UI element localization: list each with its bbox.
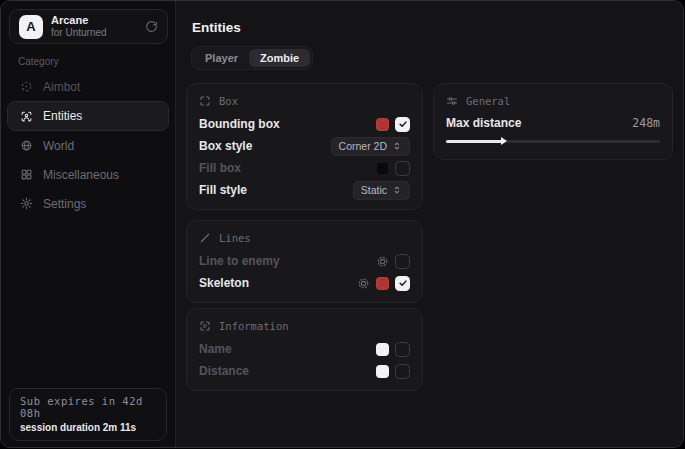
app-logo: A <box>19 15 43 39</box>
tab-zombie[interactable]: Zombie <box>249 49 310 67</box>
information-card: Information Name Distance <box>186 308 423 391</box>
refresh-icon[interactable] <box>145 20 158 33</box>
sub-expiry-text: Sub expires in 42d 08h <box>20 395 156 419</box>
sidebar-nav: Aimbot Entities World <box>1 72 175 218</box>
main-panel: Entities Player Zombie Box Bounding box <box>177 1 683 447</box>
line-settings-gear-icon[interactable] <box>376 255 389 268</box>
sidebar-item-label: World <box>43 139 74 153</box>
name-checkbox[interactable] <box>395 342 410 357</box>
box-style-value: Corner 2D <box>339 140 387 152</box>
bounding-box-checkbox[interactable] <box>395 117 410 132</box>
chevrons-up-down-icon <box>392 185 402 195</box>
max-distance-label: Max distance <box>446 116 632 130</box>
lines-card: Lines Line to enemy Skeleton <box>186 220 423 303</box>
entity-tabs: Player Zombie <box>191 46 313 70</box>
person-scan-icon <box>20 110 33 123</box>
distance-row: Distance <box>199 360 410 382</box>
box-style-row: Box style Corner 2D <box>199 135 410 157</box>
gear-icon <box>20 197 33 210</box>
box-style-label: Box style <box>199 139 331 153</box>
bounding-box-color-swatch[interactable] <box>376 118 389 131</box>
name-label: Name <box>199 342 376 356</box>
slider-fill <box>446 140 502 143</box>
sidebar-item-world[interactable]: World <box>7 131 169 160</box>
lines-card-header: Lines <box>199 229 410 247</box>
app-name: Arcane <box>51 14 107 28</box>
skeleton-color-swatch[interactable] <box>376 277 389 290</box>
check-icon <box>398 278 408 288</box>
line-icon <box>199 232 211 244</box>
skeleton-checkbox[interactable] <box>395 276 410 291</box>
box-card-header: Box <box>199 92 410 110</box>
distance-label: Distance <box>199 364 376 378</box>
sidebar-item-miscellaneous[interactable]: Miscellaneous <box>7 160 169 189</box>
scan-box-icon <box>199 95 211 107</box>
sidebar: A Arcane for Unturned Category Aimbot <box>1 1 176 447</box>
fill-style-dropdown[interactable]: Static <box>353 181 410 200</box>
tab-player[interactable]: Player <box>194 49 249 67</box>
fill-style-row: Fill style Static <box>199 179 410 201</box>
distance-color-swatch[interactable] <box>376 365 389 378</box>
fill-box-checkbox[interactable] <box>395 161 410 176</box>
max-distance-slider[interactable] <box>446 135 660 147</box>
slider-thumb[interactable] <box>501 137 507 145</box>
information-card-title: Information <box>219 320 289 332</box>
max-distance-row: Max distance 248m <box>446 113 660 133</box>
line-to-enemy-label: Line to enemy <box>199 254 376 268</box>
sliders-icon <box>446 95 458 107</box>
line-to-enemy-checkbox[interactable] <box>395 254 410 269</box>
app-brand-text: Arcane for Unturned <box>51 14 107 40</box>
sidebar-item-label: Aimbot <box>43 80 80 94</box>
max-distance-value: 248m <box>632 116 660 130</box>
chevrons-up-down-icon <box>392 141 402 151</box>
general-card-header: General <box>446 92 660 110</box>
sidebar-item-label: Entities <box>43 109 82 123</box>
sidebar-item-label: Miscellaneous <box>43 168 119 182</box>
sidebar-item-aimbot[interactable]: Aimbot <box>7 72 169 101</box>
grid-icon <box>20 168 33 181</box>
information-card-header: Information <box>199 317 410 335</box>
category-label: Category <box>18 56 59 67</box>
lines-card-title: Lines <box>219 232 251 244</box>
check-icon <box>398 119 408 129</box>
crosshair-icon <box>20 80 33 93</box>
skeleton-row: Skeleton <box>199 272 410 294</box>
scan-text-icon <box>199 320 211 332</box>
name-row: Name <box>199 338 410 360</box>
distance-checkbox[interactable] <box>395 364 410 379</box>
name-color-swatch[interactable] <box>376 343 389 356</box>
fill-box-label: Fill box <box>199 161 376 175</box>
box-card: Box Bounding box Box style Corner 2D <box>186 83 423 210</box>
fill-style-value: Static <box>361 184 387 196</box>
app-window: A Arcane for Unturned Category Aimbot <box>0 0 684 448</box>
fill-box-color-swatch[interactable] <box>376 162 389 175</box>
subscription-info-box: Sub expires in 42d 08h session duration … <box>9 388 167 441</box>
sidebar-item-settings[interactable]: Settings <box>7 189 169 218</box>
general-card: General Max distance 248m <box>433 83 673 160</box>
bounding-box-label: Bounding box <box>199 117 376 131</box>
session-duration-text: session duration 2m 11s <box>20 422 156 433</box>
fill-style-label: Fill style <box>199 183 353 197</box>
skeleton-label: Skeleton <box>199 276 357 290</box>
app-subtitle: for Unturned <box>51 27 107 39</box>
box-style-dropdown[interactable]: Corner 2D <box>331 137 410 156</box>
sidebar-item-label: Settings <box>43 197 86 211</box>
bounding-box-row: Bounding box <box>199 113 410 135</box>
sidebar-item-entities[interactable]: Entities <box>7 101 169 131</box>
app-brand-card[interactable]: A Arcane for Unturned <box>9 9 168 44</box>
page-title: Entities <box>192 20 241 35</box>
box-card-title: Box <box>219 95 238 107</box>
fill-box-row: Fill box <box>199 157 410 179</box>
skeleton-settings-gear-icon[interactable] <box>357 277 370 290</box>
globe-icon <box>20 139 33 152</box>
general-card-title: General <box>466 95 510 107</box>
line-to-enemy-row: Line to enemy <box>199 250 410 272</box>
